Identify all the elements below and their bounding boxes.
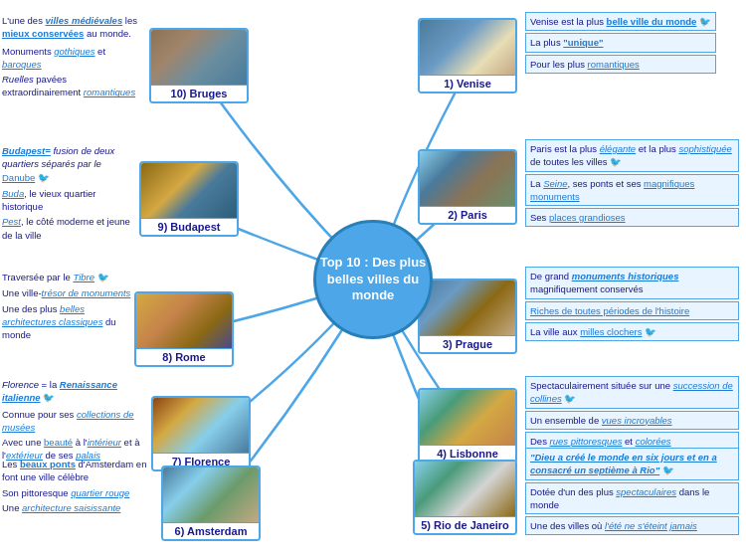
city-card-florence[interactable]: 7) Florence [151,396,251,471]
bruges-info-3: Ruelles pavées extraordinairement romant… [2,73,146,99]
budapest-label: 9) Budapest [141,218,237,235]
bruges-info: L'une des villes médiévales les mieux co… [2,14,146,101]
rome-info-2: Une ville-trésor de monuments [2,286,131,299]
rio-image [415,462,515,516]
florence-image [153,398,249,453]
prague-info-3: La ville aux milles clochers 🐦 [525,322,739,341]
venice-info-2: La plus "unique" [525,33,716,52]
rio-info-1: "Dieu a créé le monde en six jours et en… [525,448,739,480]
paris-image [420,151,515,206]
bruges-label: 10) Bruges [151,85,247,101]
prague-image [420,280,515,335]
budapest-info-1: Budapest= fusion de deux quartiers sépar… [2,144,136,184]
city-card-rio[interactable]: 5) Rio de Janeiro [413,460,517,535]
bruges-info-1: L'une des villes médiévales les mieux co… [2,14,146,41]
budapest-info: Budapest= fusion de deux quartiers sépar… [2,144,136,244]
rome-info-1: Traversée par le Tibre 🐦 [2,271,131,283]
center-node: Top 10 : Des plus belles villes du monde [313,220,433,339]
rio-label: 5) Rio de Janeiro [415,516,515,533]
city-card-amsterdam[interactable]: 6) Amsterdam [161,466,261,541]
lisbon-info: Spectaculairement située sur une success… [525,376,739,453]
lisbon-info-1: Spectaculairement située sur une success… [525,376,739,409]
prague-info-1: De grand monuments historiques magnifiqu… [525,267,739,299]
city-card-budapest[interactable]: 9) Budapest [139,161,239,237]
city-card-prague[interactable]: 3) Prague [418,279,517,354]
city-card-paris[interactable]: 2) Paris [418,149,517,225]
city-card-bruges[interactable]: 10) Bruges [149,28,249,103]
florence-info: Florence = la Renaissance italienne 🐦 Co… [2,378,146,465]
city-card-lisbon[interactable]: 4) Lisbonne [418,388,517,464]
amsterdam-image [163,467,259,522]
prague-info-2: Riches de toutes périodes de l'histoire [525,301,739,320]
rio-info-2: Dotée d'un des plus spectaculaires dans … [525,482,739,515]
bruges-image [151,30,247,85]
rio-info-3: Une des villes où l'été ne s'éteint jama… [525,516,739,535]
florence-info-2: Connue pour ses collections de musées [2,408,146,435]
amsterdam-label: 6) Amsterdam [163,522,259,539]
venice-info-1: Venise est la plus belle ville du monde … [525,12,716,31]
budapest-info-2: Buda, le vieux quartier historique [2,187,136,214]
rome-label: 8) Rome [136,348,232,365]
amsterdam-info: Les beaux ponts d'Amsterdam en font une … [2,458,156,516]
florence-info-1: Florence = la Renaissance italienne 🐦 [2,378,146,405]
city-card-venice[interactable]: 1) Venise [418,18,517,93]
lisbon-info-2: Un ensemble de vues incroyables [525,411,739,430]
amsterdam-info-1: Les beaux ponts d'Amsterdam en font une … [2,458,156,484]
mind-map-canvas: Top 10 : Des plus belles villes du monde… [0,0,746,560]
venice-info: Venise est la plus belle ville du monde … [525,12,716,76]
paris-label: 2) Paris [420,206,515,223]
rome-image [136,293,232,348]
rome-info: Traversée par le Tibre 🐦 Une ville-tréso… [2,271,131,343]
budapest-info-3: Pest, le côté moderne et jeune de la vil… [2,215,136,242]
rome-info-3: Une des plus belles architectures classi… [2,302,131,342]
paris-info: Paris est la plus élégante et la plus so… [525,139,739,229]
city-card-rome[interactable]: 8) Rome [134,291,234,367]
amsterdam-info-3: Une architecture saisissante [2,501,156,514]
prague-info: De grand monuments historiques magnifiqu… [525,267,739,343]
venice-label: 1) Venise [420,75,515,92]
lisbon-image [420,390,515,445]
rio-info: "Dieu a créé le monde en six jours et en… [525,448,739,537]
amsterdam-info-2: Son pittoresque quartier rouge [2,486,156,499]
venice-image [420,20,515,75]
paris-info-2: La Seine, ses ponts et ses magnifiques m… [525,174,739,207]
paris-info-1: Paris est la plus élégante et la plus so… [525,139,739,172]
budapest-image [141,163,237,218]
bruges-info-2: Monuments gothiques et baroques [2,45,146,72]
paris-info-3: Ses places grandioses [525,208,739,227]
venice-info-3: Pour les plus romantiques [525,55,716,74]
prague-label: 3) Prague [420,335,515,352]
center-title: Top 10 : Des plus belles villes du monde [316,255,430,305]
